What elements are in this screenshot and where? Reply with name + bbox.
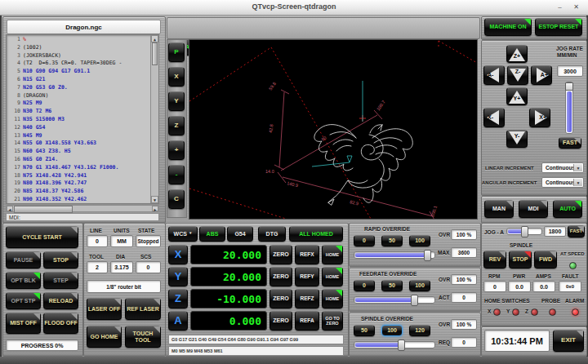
linear-increment-select[interactable]: Continuous ▼ [541,162,584,173]
axis-zero-button[interactable]: ZERO [270,289,292,309]
rapid-0-button[interactable]: 0 [354,235,375,246]
gcode-line[interactable]: 7 N20 G53 G0 Z0. [8,84,150,92]
gcode-line[interactable]: 19 N80 X148.396 Y42.747 [8,180,150,188]
exit-button[interactable]: EXIT [553,330,584,352]
feed-100-button[interactable]: 100 [409,280,430,291]
view-button[interactable]: - [168,165,185,184]
optional-block-button[interactable]: OPT BLK [6,272,41,289]
jog-x-plus-button[interactable]: X+ [529,108,550,127]
scroll-up-icon[interactable]: ▲ [151,35,158,42]
jog-x-minus-button[interactable]: X- [483,108,505,127]
gcode-line[interactable]: 3 (JOKERSBACK) [8,52,150,60]
feed-override-slider[interactable] [354,296,435,304]
jog-rate-slider[interactable] [565,82,573,134]
machine-on-button[interactable]: MACHINE ON [484,18,532,36]
dtg-button[interactable]: DTG [258,226,286,242]
jog-y-plus-button[interactable]: Y+ [506,87,528,105]
gcode-line[interactable]: 8 (DRAGON) [8,92,150,100]
axis-select-button[interactable]: A [168,311,188,331]
jog-z-minus-button[interactable]: Z- [507,65,528,85]
wcs-dropdown-button[interactable]: WCS▼ [168,226,198,242]
spindle-50-button[interactable]: 50 [354,325,375,336]
view-button[interactable]: Y [168,91,185,111]
chevron-down-icon[interactable]: ▼ [573,164,582,171]
mode-mdi-button[interactable]: MDI [519,200,548,218]
go-home-button[interactable]: GO HOME [87,326,122,348]
axis-zero-button[interactable]: ZERO [270,267,292,286]
feed-50-button[interactable]: 50 [381,280,403,291]
gcode-line[interactable]: 2 (1002) [8,44,150,52]
axis-home-button[interactable]: HOME [322,289,343,309]
jog-rate-slider-handle[interactable] [565,82,573,91]
horizontal-scroll-thumb[interactable] [14,206,73,213]
minimize-button[interactable]: – [555,2,565,12]
axis-ref-button[interactable]: REFZ [295,289,319,309]
optional-stop-button[interactable]: OPT STP [6,292,41,309]
gcode-line[interactable]: 5 N10 G90 G94 G17 G91.1 [8,68,150,76]
close-button[interactable]: ✕ [571,2,581,12]
gremlin-preview[interactable]: 59.8 42.8 14.0 80 100.7 82.9 200.1 140.9 [189,39,478,220]
ref-laser-button[interactable]: REF LASER [125,298,161,320]
scroll-left-icon[interactable]: ◄ [7,206,13,211]
gcode-line[interactable]: 21 N90 X148.352 Y42.462 [8,196,150,204]
axis-zero-button[interactable]: ZERO [270,245,292,264]
flood-button[interactable]: FLOOD OFF [43,313,78,334]
jog-y-minus-button[interactable]: Y- [506,130,528,148]
gcode-vertical-scrollbar[interactable]: ▲ ▼ [150,35,158,203]
spindle-120-button[interactable]: 120 [409,325,430,336]
jog-a-fast-button[interactable]: FAST [568,225,585,237]
gcode-line[interactable]: 11 N35 S15000 M3 [8,116,150,124]
cycle-start-button[interactable]: CYCLE START [6,226,78,248]
gcode-line[interactable]: 17 N70 G1 X148.467 Y43.162 F1000. [8,164,150,172]
axis-home-button[interactable]: GO TO ZERO [322,311,343,331]
view-button[interactable]: X [168,67,185,87]
abs-mode-button[interactable]: ABS [199,226,225,242]
gcode-viewer[interactable]: 1 % 2 (1002) 3 (JOKERSBACK) 4 (T2 D=6.35… [6,34,159,204]
gcode-line[interactable]: 13 N45 M9 [8,132,150,140]
jog-fast-button[interactable]: FAST [559,137,581,149]
mode-auto-button[interactable]: AUTO [553,200,582,218]
rapid-100-button[interactable]: 100 [409,235,430,246]
gcode-horizontal-scrollbar[interactable]: ◄ ► [6,205,159,212]
step-button[interactable]: STEP [43,272,78,289]
mdi-input[interactable]: MDI: [6,213,159,221]
rapid-override-slider[interactable] [354,251,435,259]
rapid-50-button[interactable]: 50 [381,235,403,246]
axis-select-button[interactable]: Z [168,289,188,309]
axis-zero-button[interactable]: ZERO [270,311,292,331]
gcode-line[interactable]: 20 N85 X148.37 Y42.586 [8,188,150,196]
gcode-line[interactable]: 16 N65 G0 Z14. [8,156,150,164]
spindle-fwd-button[interactable]: FWD [534,251,557,269]
spindle-stop-button[interactable]: STOP [509,251,532,269]
jog-a-value[interactable]: 1800 [544,226,566,237]
jog-rate-value[interactable]: 3000 [557,65,583,77]
laser-button[interactable]: LASER OFF [87,298,122,320]
touch-tool-button[interactable]: TOUCH TOOL [125,326,161,348]
jog-a-minus-button[interactable]: A- [483,65,505,85]
axis-ref-button[interactable]: REFX [295,245,319,264]
axis-ref-button[interactable]: REFA [295,311,319,331]
feed-0-button[interactable]: 0 [354,280,375,291]
axis-home-button[interactable]: HOME [322,245,343,264]
gcode-line[interactable]: 12 N40 G54 [8,124,150,132]
vertical-scroll-thumb[interactable] [152,42,158,65]
scroll-down-icon[interactable]: ▼ [151,196,158,203]
gcode-line[interactable]: 18 N75 X148.428 Y42.941 [8,172,150,180]
reload-button[interactable]: RELOAD [43,292,78,309]
view-button[interactable]: C [168,189,185,209]
view-button[interactable]: + [168,140,185,160]
spindle-override-slider[interactable] [354,341,435,348]
gcode-line[interactable]: 9 N25 M9 [8,100,150,108]
spindle-rev-button[interactable]: REV [483,251,506,269]
jog-a-slider[interactable] [506,228,542,235]
view-button[interactable]: P [168,42,185,62]
estop-reset-button[interactable]: ESTOP RESET [535,18,582,36]
gcode-line[interactable]: 10 N30 T2 M6 [8,108,150,116]
stop-button[interactable]: STOP [43,251,78,269]
mist-button[interactable]: MIST OFF [6,313,41,334]
gcode-line[interactable]: 14 N55 G0 X148.558 Y43.663 [8,140,150,148]
mode-manual-button[interactable]: MAN [484,200,514,218]
axis-ref-button[interactable]: REFY [295,267,319,286]
gcode-line[interactable]: 4 (T2 D=6.35 CR=0. TAPER=30DEG - [8,60,150,68]
gcode-line[interactable]: 1 % [8,36,150,44]
